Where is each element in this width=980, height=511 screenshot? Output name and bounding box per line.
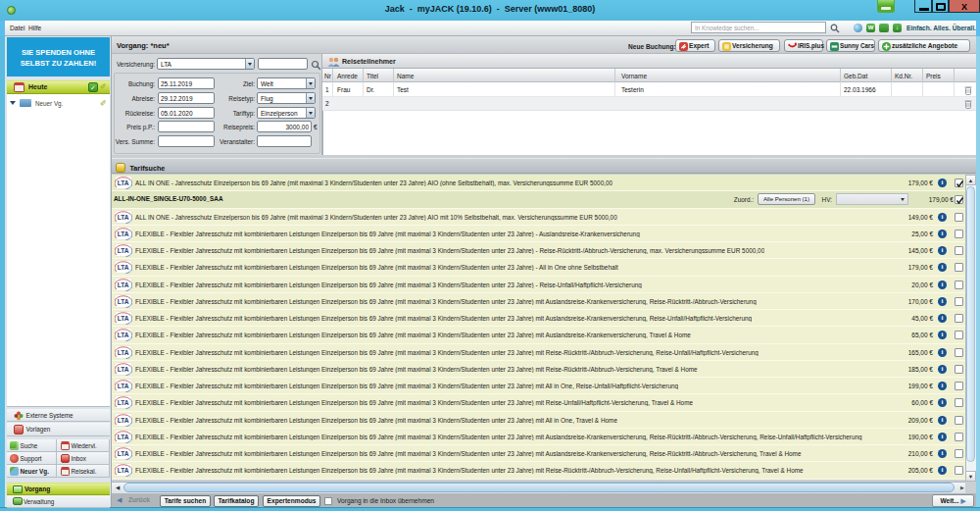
svg-text:LTA: LTA	[118, 179, 129, 186]
svg-text:LTA: LTA	[118, 264, 129, 271]
svg-text:LTA: LTA	[118, 383, 129, 389]
svg-text:LTA: LTA	[118, 281, 129, 288]
svg-text:LTA: LTA	[118, 434, 129, 440]
svg-text:LTA: LTA	[118, 450, 129, 457]
svg-text:LTA: LTA	[118, 467, 129, 474]
svg-text:LTA: LTA	[118, 332, 129, 338]
svg-text:LTA: LTA	[118, 315, 129, 322]
svg-text:LTA: LTA	[118, 349, 129, 356]
svg-text:LTA: LTA	[118, 417, 129, 424]
svg-text:LTA: LTA	[118, 214, 129, 221]
svg-text:LTA: LTA	[118, 247, 129, 254]
svg-text:LTA: LTA	[118, 230, 129, 237]
svg-text:LTA: LTA	[118, 298, 129, 305]
svg-text:LTA: LTA	[118, 366, 129, 373]
svg-text:LTA: LTA	[118, 399, 129, 406]
